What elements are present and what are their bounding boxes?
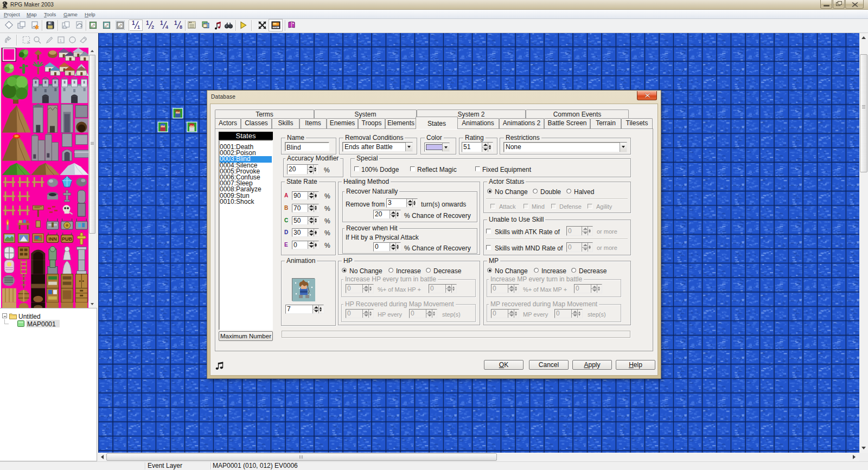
svg-text:PUB: PUB xyxy=(62,236,73,242)
svg-text:8: 8 xyxy=(180,24,182,30)
svg-text:2: 2 xyxy=(151,24,154,30)
svg-text:1: 1 xyxy=(146,20,149,26)
svg-text:1: 1 xyxy=(60,38,62,43)
svg-text:1: 1 xyxy=(132,20,135,26)
svg-text:1: 1 xyxy=(160,20,163,26)
svg-text:1: 1 xyxy=(137,24,140,30)
svg-text:1: 1 xyxy=(174,20,177,26)
svg-text:INN: INN xyxy=(48,236,57,242)
svg-text:TITLE: TITLE xyxy=(273,27,278,29)
svg-text:4: 4 xyxy=(165,24,168,30)
